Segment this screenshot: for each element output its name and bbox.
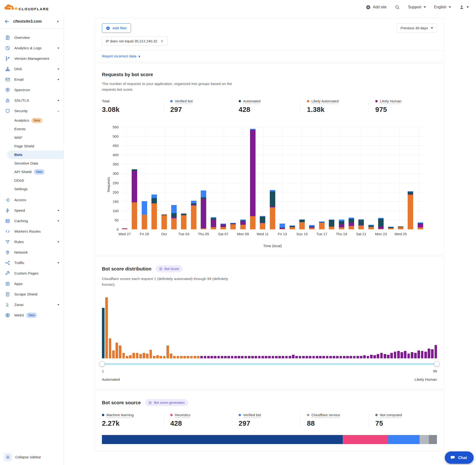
chart-bar[interactable]: [151, 195, 157, 229]
histogram-bar[interactable]: [197, 356, 200, 358]
histogram-bar[interactable]: [187, 356, 189, 358]
histogram-bar[interactable]: [353, 356, 356, 358]
histogram-bar[interactable]: [428, 349, 430, 358]
histogram-bar[interactable]: [265, 356, 267, 358]
histogram-bar[interactable]: [194, 356, 196, 358]
chart-bar[interactable]: [250, 129, 255, 229]
histogram-bar[interactable]: [272, 356, 274, 358]
histogram-bar[interactable]: [417, 350, 420, 358]
sidebar-item-analytics-logs[interactable]: Analytics & Logs: [0, 43, 63, 53]
histogram-bar[interactable]: [336, 356, 338, 358]
histogram-bar[interactable]: [109, 338, 111, 358]
histogram-bar[interactable]: [105, 297, 108, 358]
sidebar-item-ssl-tls[interactable]: SSL/TLS: [0, 95, 63, 106]
chart-bar[interactable]: [378, 218, 384, 229]
add-filter-button[interactable]: Add filter: [102, 23, 131, 33]
histogram-bar[interactable]: [122, 353, 125, 358]
sidebar-item-apps[interactable]: Apps: [0, 279, 63, 289]
histogram-bar[interactable]: [238, 356, 240, 358]
histogram-bar[interactable]: [289, 356, 291, 358]
chart-bar[interactable]: [319, 222, 325, 229]
chart-bar[interactable]: [309, 225, 315, 229]
histogram-bar[interactable]: [394, 352, 396, 358]
histogram-bar[interactable]: [170, 354, 172, 358]
sidebar-item-dns[interactable]: DNS: [0, 64, 63, 74]
sidebar-item-bots[interactable]: Bots: [7, 150, 63, 159]
histogram-bar[interactable]: [411, 352, 413, 358]
sidebar-item-web3[interactable]: Web3New: [0, 310, 63, 320]
histogram-bar[interactable]: [268, 356, 271, 358]
histogram-bar[interactable]: [312, 356, 315, 358]
histogram-bar[interactable]: [407, 354, 410, 358]
sidebar-item-access[interactable]: Access: [0, 195, 63, 205]
sidebar-item-analytics[interactable]: AnalyticsBeta: [0, 116, 63, 125]
sidebar-item-workers-routes[interactable]: Workers Routes: [0, 226, 63, 237]
histogram-bar[interactable]: [156, 355, 159, 358]
site-selector[interactable]: cftestsite3.com: [0, 14, 63, 29]
histogram-bar[interactable]: [112, 350, 115, 358]
chart-bar[interactable]: [388, 227, 394, 229]
histogram-bar[interactable]: [319, 356, 322, 358]
histogram-bar[interactable]: [387, 355, 390, 358]
histogram-bar[interactable]: [380, 353, 383, 358]
histogram-bar[interactable]: [357, 356, 359, 358]
chart-bar[interactable]: [408, 191, 413, 229]
histogram-bar[interactable]: [129, 355, 132, 358]
sidebar-item-spectrum[interactable]: Spectrum: [0, 85, 63, 95]
chart-bar[interactable]: [339, 220, 344, 229]
histogram-bar[interactable]: [363, 355, 366, 358]
histogram-bar[interactable]: [401, 352, 403, 358]
sidebar-item-api-shield[interactable]: API ShieldNew: [0, 168, 63, 176]
histogram-bar[interactable]: [207, 356, 210, 358]
sidebar-item-speed[interactable]: Speed: [0, 205, 63, 216]
chart-bar[interactable]: [358, 219, 364, 229]
sidebar-item-security[interactable]: Security: [0, 106, 63, 116]
histogram-bar[interactable]: [431, 349, 434, 358]
close-icon[interactable]: [160, 39, 164, 43]
histogram-bar[interactable]: [241, 356, 243, 358]
histogram-bar[interactable]: [322, 356, 325, 358]
stat-label[interactable]: Verified bot: [175, 99, 193, 103]
sidebar-item-zaraz[interactable]: Zaraz: [0, 299, 63, 310]
histogram-bar[interactable]: [384, 354, 386, 358]
histogram-bar[interactable]: [421, 351, 424, 358]
stat-label[interactable]: Not computed: [380, 413, 402, 417]
histogram-bar[interactable]: [214, 356, 216, 358]
histogram-bar[interactable]: [204, 356, 206, 358]
histogram-bar[interactable]: [309, 356, 311, 358]
sidebar-item-sensitive-data[interactable]: Sensitive Data: [0, 159, 63, 168]
stat-label[interactable]: Heuristics: [175, 413, 190, 417]
bot-score-generation-docs-badge[interactable]: Bot score generation: [145, 399, 188, 406]
histogram-bar[interactable]: [167, 346, 169, 358]
histogram-bar[interactable]: [231, 356, 233, 358]
histogram-bar[interactable]: [404, 351, 406, 358]
histogram-bar[interactable]: [190, 356, 193, 358]
collapse-sidebar-button[interactable]: Collapse sidebar: [15, 455, 41, 459]
chart-bar[interactable]: [230, 223, 236, 229]
chart-bar[interactable]: [418, 222, 423, 229]
chart-bar[interactable]: [181, 213, 186, 229]
chart-bar[interactable]: [280, 223, 285, 229]
histogram-bar[interactable]: [217, 356, 220, 358]
histogram-bar[interactable]: [295, 356, 298, 358]
stat-label[interactable]: Machine learning: [106, 413, 134, 417]
histogram-bar[interactable]: [302, 356, 305, 358]
bot-score-docs-badge[interactable]: Bot Score: [156, 265, 182, 272]
histogram-bar[interactable]: [254, 356, 257, 358]
histogram-bar[interactable]: [333, 356, 335, 358]
add-site-button[interactable]: Add site: [366, 5, 387, 10]
sidebar-item-page-shield[interactable]: Page Shield: [0, 142, 63, 150]
sidebar-item-waf[interactable]: WAF: [0, 133, 63, 142]
sidebar-item-events[interactable]: Events: [0, 125, 63, 133]
stat-label[interactable]: Likely Human: [380, 99, 402, 103]
histogram-bar[interactable]: [126, 356, 128, 358]
chart-bar[interactable]: [171, 205, 177, 229]
histogram-bar[interactable]: [285, 356, 288, 358]
chart-bar[interactable]: [270, 190, 275, 229]
histogram-bar[interactable]: [306, 356, 308, 358]
histogram-bar[interactable]: [349, 356, 352, 358]
chart-bar[interactable]: [368, 225, 374, 230]
histogram-bar[interactable]: [251, 356, 254, 358]
sidebar-item-settings[interactable]: Settings: [0, 185, 63, 193]
histogram-bar[interactable]: [136, 353, 138, 358]
